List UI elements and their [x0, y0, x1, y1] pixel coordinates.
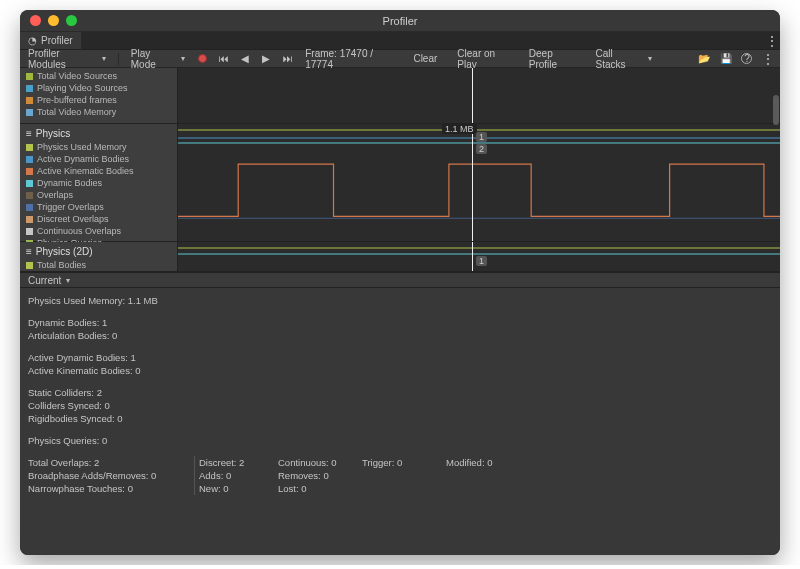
toolbar-menu-icon[interactable]: ⋮: [761, 51, 776, 67]
frame-next-button[interactable]: ▶: [259, 51, 274, 67]
legend-item[interactable]: Total Video Sources: [20, 70, 177, 82]
memory-badge: 1.1 MB: [442, 124, 477, 134]
legend-item[interactable]: Total Video Memory: [20, 106, 177, 118]
physics-legend: ≡ Physics Physics Used MemoryActive Dyna…: [20, 124, 178, 241]
color-swatch: [26, 97, 33, 104]
color-swatch: [26, 109, 33, 116]
legend-item[interactable]: Dynamic Bodies: [20, 177, 177, 189]
legend-label: Total Video Memory: [37, 106, 116, 118]
legend-item[interactable]: Active Kinematic Bodies: [20, 165, 177, 177]
module-video: Total Video SourcesPlaying Video Sources…: [20, 68, 780, 124]
tab-menu-icon[interactable]: ⋮: [764, 32, 780, 49]
toolbar: Profiler Modules Play Mode ⏮ ◀ ▶ ⏭ Frame…: [20, 50, 780, 68]
profiler-modules-dropdown[interactable]: Profiler Modules: [24, 48, 110, 70]
legend-item[interactable]: Continuous Overlaps: [20, 225, 177, 237]
open-icon: 📂: [698, 53, 710, 64]
legend-label: Continuous Overlaps: [37, 225, 121, 237]
legend-label: Active Dynamic Bodies: [37, 153, 129, 165]
legend-item[interactable]: Physics Used Memory: [20, 141, 177, 153]
save-icon: 💾: [720, 53, 732, 64]
prev-icon: ◀: [241, 53, 249, 64]
legend-item[interactable]: Total Bodies: [20, 259, 177, 271]
physics-chart[interactable]: 1.1 MB 1 2: [178, 124, 780, 241]
legend-label: Overlaps: [37, 189, 73, 201]
color-swatch: [26, 144, 33, 151]
current-dropdown[interactable]: Current: [24, 275, 74, 286]
color-swatch: [26, 228, 33, 235]
mark-1: 1: [476, 132, 487, 142]
mark-2: 2: [476, 144, 487, 154]
legend-label: Dynamic Bodies: [37, 177, 102, 189]
color-swatch: [26, 192, 33, 199]
module-header[interactable]: ≡ Physics: [20, 126, 177, 141]
next-icon: ▶: [262, 53, 270, 64]
play-mode-dropdown[interactable]: Play Mode: [127, 48, 189, 70]
stat-physics-queries: Physics Queries: 0: [28, 434, 772, 447]
playhead[interactable]: [472, 68, 473, 123]
stat-dynamic-bodies: Dynamic Bodies: 1: [28, 316, 772, 329]
skip-end-icon: ⏭: [283, 53, 293, 64]
legend-item[interactable]: Overlaps: [20, 189, 177, 201]
scrollbar-thumb[interactable]: [773, 95, 779, 125]
color-swatch: [26, 156, 33, 163]
module-physics: ≡ Physics Physics Used MemoryActive Dyna…: [20, 124, 780, 242]
stat-rigidbodies-synced: Rigidbodies Synced: 0: [28, 412, 772, 425]
profiler-window: Profiler ◔ Profiler ⋮ Profiler Modules P…: [20, 10, 780, 555]
tab-profiler[interactable]: ◔ Profiler: [20, 32, 82, 49]
stat-mem: Physics Used Memory: 1.1 MB: [28, 294, 772, 307]
clear-on-play-toggle[interactable]: Clear on Play: [453, 48, 518, 70]
stopwatch-icon: ◔: [28, 35, 37, 46]
frame-last-button[interactable]: ⏭: [280, 51, 295, 67]
legend-item[interactable]: Active Dynamic Bodies: [20, 153, 177, 165]
details-panel: Physics Used Memory: 1.1 MB Dynamic Bodi…: [20, 288, 780, 555]
module-physics2d: ≡ Physics (2D) Total Bodies 1: [20, 242, 780, 272]
module-header[interactable]: ≡ Physics (2D): [20, 244, 177, 259]
playhead[interactable]: [472, 242, 473, 271]
frame-first-button[interactable]: ⏮: [216, 51, 231, 67]
legend-label: Active Kinematic Bodies: [37, 165, 134, 177]
chart-area: Total Video SourcesPlaying Video Sources…: [20, 68, 780, 272]
tab-label: Profiler: [41, 35, 73, 46]
mark-1: 1: [476, 256, 487, 266]
stat-active-kinematic: Active Kinematic Bodies: 0: [28, 364, 772, 377]
legend-label: Physics Used Memory: [37, 141, 127, 153]
skip-start-icon: ⏮: [219, 53, 229, 64]
video-legend: Total Video SourcesPlaying Video Sources…: [20, 68, 178, 123]
frame-label: Frame: 17470 / 17774: [301, 48, 403, 70]
call-stacks-dropdown[interactable]: Call Stacks: [591, 48, 656, 70]
frame-prev-button[interactable]: ◀: [237, 51, 252, 67]
row-narrowphase: Narrowphase Touches: 0 New: 0 Lost: 0: [28, 482, 772, 495]
window-title: Profiler: [20, 15, 780, 27]
color-swatch: [26, 85, 33, 92]
titlebar: Profiler: [20, 10, 780, 32]
legend-item[interactable]: Pre-buffered frames: [20, 94, 177, 106]
stat-articulation-bodies: Articulation Bodies: 0: [28, 329, 772, 342]
legend-label: Discreet Overlaps: [37, 213, 109, 225]
legend-item[interactable]: Discreet Overlaps: [20, 213, 177, 225]
color-swatch: [26, 168, 33, 175]
physics-icon: ≡: [26, 128, 32, 139]
clear-button[interactable]: Clear: [409, 53, 441, 64]
video-chart[interactable]: [178, 68, 780, 123]
help-icon: ?: [741, 53, 752, 64]
physics2d-chart[interactable]: 1: [178, 242, 780, 271]
color-swatch: [26, 73, 33, 80]
load-button[interactable]: 📂: [697, 51, 712, 67]
color-swatch: [26, 204, 33, 211]
detail-header: Current: [20, 272, 780, 288]
legend-label: Total Video Sources: [37, 70, 117, 82]
save-button[interactable]: 💾: [718, 51, 733, 67]
legend-label: Pre-buffered frames: [37, 94, 117, 106]
legend-item[interactable]: Trigger Overlaps: [20, 201, 177, 213]
stat-colliders-synced: Colliders Synced: 0: [28, 399, 772, 412]
legend-item[interactable]: Playing Video Sources: [20, 82, 177, 94]
legend-label: Total Bodies: [37, 259, 86, 271]
legend-label: Playing Video Sources: [37, 82, 127, 94]
stat-static-colliders: Static Colliders: 2: [28, 386, 772, 399]
record-icon: [198, 54, 207, 63]
record-button[interactable]: [195, 51, 210, 67]
playhead[interactable]: [472, 124, 473, 241]
row-overlaps: Total Overlaps: 2 Discreet: 2 Continuous…: [28, 456, 772, 469]
help-button[interactable]: ?: [739, 51, 754, 67]
deep-profile-toggle[interactable]: Deep Profile: [525, 48, 586, 70]
